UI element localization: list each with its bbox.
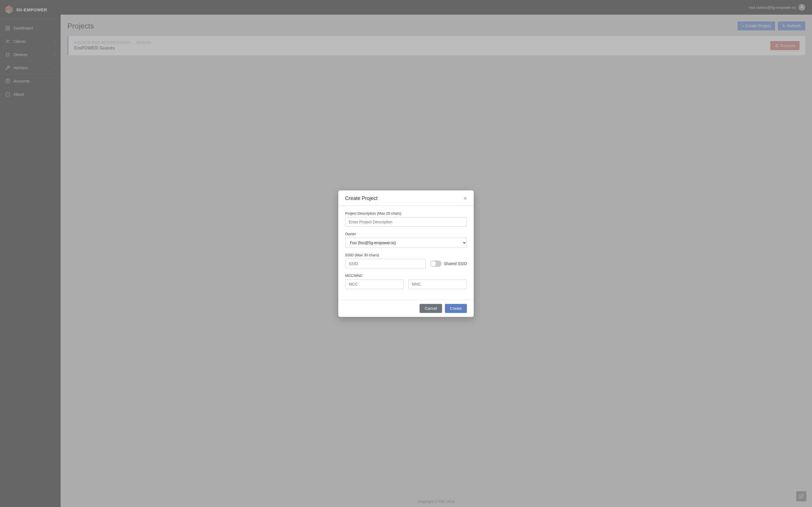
mcc-mnc-label: MCC/MNC xyxy=(345,274,467,278)
modal-body: Project Description (Max 20 chars) Owner… xyxy=(338,206,474,300)
owner-select[interactable]: Foo (foo@5g-empower.io) xyxy=(345,238,467,248)
mnc-input[interactable] xyxy=(408,279,467,289)
modal-title: Create Project xyxy=(345,195,377,202)
description-input[interactable] xyxy=(345,217,467,227)
ssid-group: SSID (Max 30 chars) Shared SSID xyxy=(345,253,467,269)
ssid-label: SSID (Max 30 chars) xyxy=(345,253,467,257)
modal-header: Create Project × xyxy=(338,190,474,206)
cancel-button[interactable]: Cancel xyxy=(419,304,442,313)
ssid-input[interactable] xyxy=(345,259,426,269)
modal-overlay: Create Project × Project Description (Ma… xyxy=(0,0,812,507)
shared-ssid-label: Shared SSID xyxy=(444,262,467,266)
owner-label: Owner xyxy=(345,232,467,236)
create-button[interactable]: Create xyxy=(445,304,467,313)
create-project-modal: Create Project × Project Description (Ma… xyxy=(338,190,474,317)
mcc-mnc-group: MCC/MNC xyxy=(345,274,467,289)
mcc-input[interactable] xyxy=(345,279,404,289)
owner-group: Owner Foo (foo@5g-empower.io) xyxy=(345,232,467,248)
description-label: Project Description (Max 20 chars) xyxy=(345,211,467,216)
modal-close-button[interactable]: × xyxy=(463,195,467,201)
modal-footer: Cancel Create xyxy=(338,300,474,317)
description-group: Project Description (Max 20 chars) xyxy=(345,211,467,227)
shared-ssid-toggle[interactable] xyxy=(430,261,442,267)
